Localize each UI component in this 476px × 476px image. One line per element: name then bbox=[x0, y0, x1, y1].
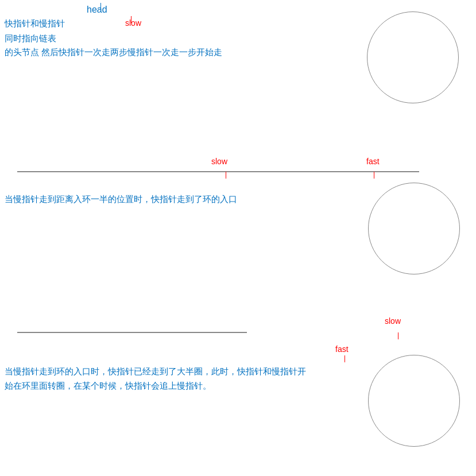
label-head: head bbox=[87, 5, 107, 15]
label-slow-1: slow bbox=[125, 18, 141, 28]
horizontal-line-2 bbox=[17, 171, 419, 172]
label-fast-3: fast bbox=[335, 345, 349, 354]
tick-slow-1 bbox=[131, 16, 131, 23]
main-diagram: head 快指针和慢指针 slow 同时指向链表 的头节点 然后快指针一次走两步… bbox=[0, 0, 476, 476]
text-line3: 的头节点 然后快指针一次走两步慢指针一次走一步开始走 bbox=[5, 47, 222, 58]
label-slow-3: slow bbox=[385, 316, 401, 326]
text-line2: 同时指向链表 bbox=[5, 33, 56, 44]
text-section3-line1: 当慢指针走到环的入口时，快指针已经走到了大半圈，此时，快指针和慢指针开 bbox=[5, 366, 306, 377]
circle3 bbox=[368, 355, 460, 447]
tick-slow-2 bbox=[226, 172, 226, 179]
text-section3-line2: 始在环里面转圈，在某个时候，快指针会追上慢指针。 bbox=[5, 381, 211, 392]
text-line1: 快指针和慢指针 bbox=[5, 18, 65, 29]
tick-fast-2 bbox=[374, 172, 374, 179]
section2: slow fast 当慢指针走到距离入环一半的位置时，快指针走到了环的入口 bbox=[0, 154, 476, 280]
section3: slow fast 当慢指针走到环的入口时，快指针已经走到了大半圈，此时，快指针… bbox=[0, 315, 476, 475]
circle1 bbox=[367, 11, 459, 103]
text-section2: 当慢指针走到距离入环一半的位置时，快指针走到了环的入口 bbox=[5, 194, 237, 205]
tick-fast-3 bbox=[345, 355, 345, 362]
horizontal-line-3 bbox=[17, 332, 247, 333]
label-slow-2: slow bbox=[211, 157, 227, 166]
circle2 bbox=[368, 183, 460, 274]
label-fast-2: fast bbox=[366, 157, 380, 166]
section1: head 快指针和慢指针 slow 同时指向链表 的头节点 然后快指针一次走两步… bbox=[0, 0, 476, 138]
tick-slow-3 bbox=[398, 332, 398, 339]
